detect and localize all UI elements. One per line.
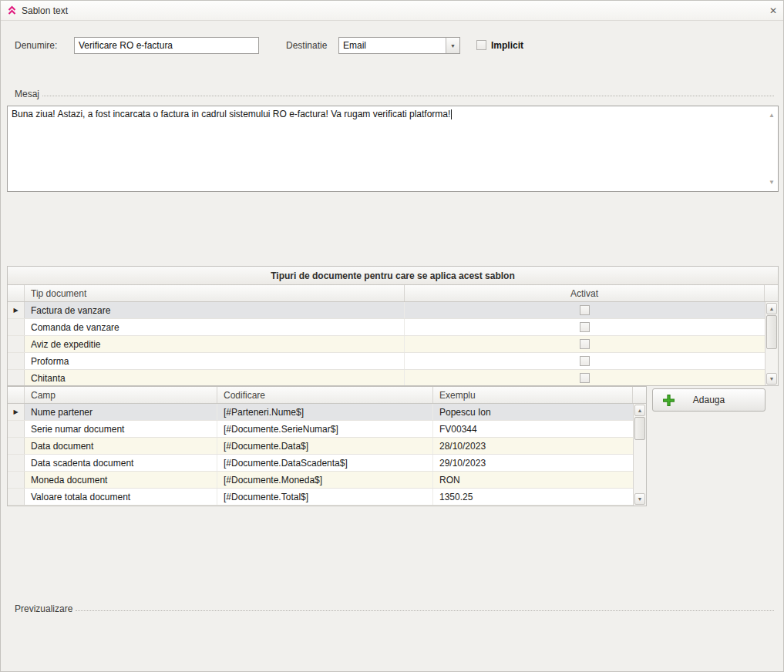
fields-grid: Camp Codificare Exemplu ▶ Nume partener … [7,386,647,506]
table-row[interactable]: ▶ Nume partener [#Parteneri.Nume$] Popes… [8,404,633,421]
tip-document-column-header[interactable]: Tip document [25,285,405,301]
scroll-down-icon[interactable]: ▼ [769,176,775,188]
table-row[interactable]: Chitanta [8,370,765,385]
text-caret [451,109,452,119]
mesaj-label: Mesaj [15,89,42,99]
close-icon[interactable]: ✕ [769,5,777,16]
indicator-header [8,387,25,403]
row-indicator [8,370,25,385]
exemplu-cell[interactable]: 29/10/2023 [433,455,633,471]
row-pointer-icon: ▶ [8,302,25,318]
header-stub [765,285,778,301]
codificare-cell[interactable]: [#Documente.Moneda$] [217,472,433,488]
table-row[interactable]: Serie numar document [#Documente.SerieNu… [8,421,633,438]
sablon-text-dialog: Sablon text ✕ Denumire: Verificare RO e-… [0,0,784,672]
exemplu-cell[interactable]: 28/10/2023 [433,438,633,454]
table-row[interactable]: ▶ Factura de vanzare [8,302,765,319]
doc-types-grid-title: Tipuri de documente pentru care se aplic… [8,267,778,285]
fields-header-row: Camp Codificare Exemplu [8,387,646,404]
destinatie-label: Destinatie [286,37,327,54]
camp-cell[interactable]: Moneda document [25,472,217,488]
destinatie-value: Email [339,38,446,53]
table-row[interactable]: Proforma [8,353,765,370]
scrollbar-thumb[interactable] [634,417,645,440]
message-textarea[interactable]: Buna ziua! Astazi, a fost incarcata o fa… [7,106,779,192]
codificare-cell[interactable]: [#Documente.Total$] [217,489,433,505]
activat-checkbox[interactable] [580,339,590,349]
activat-checkbox[interactable] [580,356,590,366]
activat-cell[interactable] [405,336,765,352]
indicator-header [8,285,25,301]
scroll-down-icon[interactable]: ▼ [766,373,777,385]
row-indicator [8,438,25,454]
scroll-up-icon[interactable]: ▲ [766,303,777,314]
collapse-chevrons-icon[interactable] [7,5,17,15]
activat-checkbox[interactable] [580,322,590,332]
tip-document-cell[interactable]: Proforma [25,353,405,369]
activat-cell[interactable] [405,370,765,385]
activat-cell[interactable] [405,353,765,369]
fields-scrollbar[interactable]: ▲ ▼ [633,404,646,506]
denumire-label: Denumire: [15,37,57,54]
previzualizare-divider [76,610,774,611]
exemplu-cell[interactable]: FV00344 [433,421,633,437]
codificare-cell[interactable]: [#Documente.DataScadenta$] [217,455,433,471]
mesaj-divider [42,96,774,96]
table-row[interactable]: Data document [#Documente.Data$] 28/10/2… [8,438,633,455]
chevron-down-icon[interactable]: ▼ [446,38,459,53]
codificare-column-header[interactable]: Codificare [217,387,433,403]
doc-types-rows: ▶ Factura de vanzare Comanda de vanzare … [8,302,765,385]
titlebar: Sablon text ✕ [1,1,783,21]
tip-document-cell[interactable]: Aviz de expeditie [25,336,405,352]
camp-column-header[interactable]: Camp [25,387,217,403]
row-indicator [8,421,25,437]
activat-cell[interactable] [405,319,765,335]
row-indicator [8,489,25,505]
codificare-cell[interactable]: [#Documente.SerieNumar$] [217,421,433,437]
doc-types-scrollbar[interactable]: ▲ ▼ [765,302,778,385]
tip-document-cell[interactable]: Chitanta [25,370,405,385]
table-row[interactable]: Moneda document [#Documente.Moneda$] RON [8,472,633,489]
adauga-label: Adauga [693,395,725,405]
exemplu-cell[interactable]: Popescu Ion [433,404,633,420]
implicit-checkbox[interactable] [476,40,486,50]
camp-cell[interactable]: Data scadenta document [25,455,217,471]
camp-cell[interactable]: Serie numar document [25,421,217,437]
table-row[interactable]: Data scadenta document [#Documente.DataS… [8,455,633,472]
implicit-label: Implicit [491,40,523,51]
tip-document-cell[interactable]: Comanda de vanzare [25,319,405,335]
activat-cell[interactable] [405,302,765,318]
header-stub [633,387,646,403]
activat-column-header[interactable]: Activat [405,285,765,301]
scrollbar-track[interactable] [634,440,646,492]
row-indicator [8,336,25,352]
denumire-input[interactable]: Verificare RO e-factura [74,37,259,54]
camp-cell[interactable]: Valoare totala document [25,489,217,505]
row-pointer-icon: ▶ [8,404,25,420]
doc-types-header-row: Tip document Activat [8,285,778,302]
tip-document-cell[interactable]: Factura de vanzare [25,302,405,318]
scrollbar-track[interactable] [765,349,778,372]
codificare-cell[interactable]: [#Parteneri.Nume$] [217,404,433,420]
camp-cell[interactable]: Data document [25,438,217,454]
scroll-up-icon[interactable]: ▲ [769,109,775,121]
scrollbar-thumb[interactable] [766,315,777,349]
camp-cell[interactable]: Nume partener [25,404,217,420]
fields-rows: ▶ Nume partener [#Parteneri.Nume$] Popes… [8,404,633,506]
row-indicator [8,455,25,471]
scroll-up-icon[interactable]: ▲ [634,405,645,416]
exemplu-cell[interactable]: 1350.25 [433,489,633,505]
activat-checkbox[interactable] [580,373,590,383]
table-row[interactable]: Aviz de expeditie [8,336,765,353]
message-text: Buna ziua! Astazi, a fost incarcata o fa… [12,109,450,119]
doc-types-grid: Tipuri de documente pentru care se aplic… [7,266,779,386]
activat-checkbox[interactable] [580,305,590,315]
table-row[interactable]: Comanda de vanzare [8,319,765,336]
adauga-button[interactable]: Adauga [652,388,765,412]
scroll-down-icon[interactable]: ▼ [634,493,645,505]
exemplu-column-header[interactable]: Exemplu [433,387,633,403]
exemplu-cell[interactable]: RON [433,472,633,488]
codificare-cell[interactable]: [#Documente.Data$] [217,438,433,454]
table-row[interactable]: Valoare totala document [#Documente.Tota… [8,489,633,506]
destinatie-dropdown[interactable]: Email ▼ [338,37,460,54]
